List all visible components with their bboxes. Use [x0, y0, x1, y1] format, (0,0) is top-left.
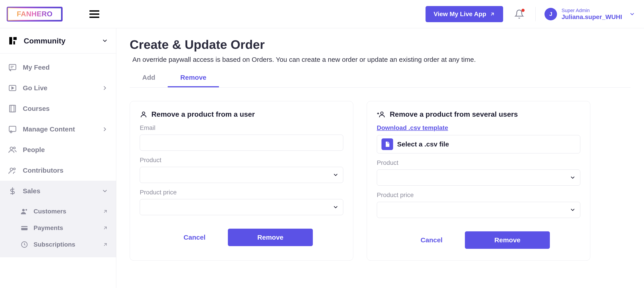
cancel-button[interactable]: Cancel	[170, 229, 219, 246]
external-link-icon	[103, 242, 108, 247]
divider	[535, 7, 536, 21]
svg-rect-4	[9, 65, 16, 70]
tab-add[interactable]: Add	[130, 70, 168, 87]
manage-content-icon	[8, 125, 17, 134]
sidebar-item-label: My Feed	[23, 64, 108, 71]
svg-point-18	[22, 209, 24, 211]
svg-point-16	[14, 168, 15, 170]
notification-dot	[522, 9, 524, 12]
sidebar: Community My Feed Go Live Courses	[0, 28, 116, 288]
sidebar-item-label: Sales	[23, 187, 96, 195]
svg-point-12	[10, 131, 12, 133]
subnav-item-payments[interactable]: Payments	[0, 220, 116, 236]
svg-rect-22	[21, 227, 28, 228]
user-role: Super Admin	[562, 8, 622, 14]
sidebar-item-my-feed[interactable]: My Feed	[0, 57, 116, 78]
external-link-icon	[103, 209, 108, 214]
tabs: Add Remove	[130, 70, 630, 88]
cancel-button[interactable]: Cancel	[407, 231, 456, 249]
sidebar-item-people[interactable]: People	[0, 139, 116, 160]
go-live-icon	[8, 84, 17, 92]
price-label: Product price	[377, 192, 580, 199]
chevron-down-icon	[570, 207, 576, 213]
page-title: Create & Update Order	[130, 37, 630, 52]
subnav-item-subscriptions[interactable]: Subscriptions	[0, 236, 116, 253]
subnav-item-customers[interactable]: Customers	[0, 203, 116, 220]
svg-rect-9	[10, 105, 14, 112]
community-icon	[8, 36, 18, 46]
chevron-down-icon	[629, 11, 635, 17]
sidebar-item-label: Contributors	[23, 167, 108, 174]
chevron-down-icon	[102, 38, 108, 44]
product-label: Product	[377, 159, 580, 166]
email-label: Email	[140, 124, 343, 131]
chevron-down-icon	[333, 204, 338, 210]
chevron-down-icon	[570, 175, 576, 181]
brand-logo[interactable]: FANHERO	[7, 7, 62, 22]
svg-point-26	[142, 112, 145, 114]
people-icon	[8, 145, 17, 154]
feed-icon	[8, 63, 17, 72]
user-menu[interactable]: J Super Admin Juliana.super_WUHI	[544, 8, 635, 21]
courses-icon	[8, 104, 17, 113]
main-content: Create & Update Order An override paywal…	[116, 28, 644, 288]
svg-point-19	[26, 209, 27, 211]
sidebar-section-community[interactable]: Community	[0, 28, 116, 54]
email-input[interactable]	[140, 134, 343, 151]
product-select[interactable]	[140, 167, 343, 183]
external-link-icon	[490, 12, 495, 17]
chevron-right-icon	[102, 85, 108, 91]
sidebar-item-label: Courses	[23, 105, 108, 112]
svg-rect-11	[9, 126, 16, 131]
chevron-right-icon	[102, 126, 108, 132]
sales-subnav: Customers Payments Subscriptions	[0, 201, 116, 257]
subscriptions-icon	[20, 241, 28, 248]
csv-file-input[interactable]: Select a .csv file	[377, 135, 580, 154]
tab-remove[interactable]: Remove	[168, 70, 219, 87]
svg-marker-8	[12, 87, 14, 89]
person-icon	[140, 111, 147, 118]
svg-line-0	[491, 13, 494, 15]
price-select[interactable]	[377, 202, 580, 218]
sidebar-item-sales[interactable]: Sales	[0, 181, 116, 201]
subnav-item-label: Customers	[34, 208, 97, 215]
download-csv-link[interactable]: Download .csv template	[377, 124, 448, 131]
card-remove-multi-user: Remove a product from several users Down…	[367, 101, 590, 261]
avatar: J	[544, 8, 557, 20]
remove-button[interactable]: Remove	[228, 229, 313, 246]
sales-icon	[8, 187, 17, 196]
view-live-app-button[interactable]: View My Live App	[426, 6, 503, 22]
remove-button[interactable]: Remove	[465, 231, 550, 249]
svg-line-25	[104, 243, 106, 246]
avatar-initial: J	[550, 11, 552, 17]
subnav-item-label: Subscriptions	[34, 241, 97, 248]
sidebar-item-go-live[interactable]: Go Live	[0, 78, 116, 98]
subnav-item-label: Payments	[34, 224, 97, 232]
card-remove-single-user: Remove a product from a user Email Produ…	[130, 101, 353, 261]
svg-line-20	[104, 210, 106, 213]
sidebar-section-label: Community	[24, 37, 96, 45]
menu-toggle-icon[interactable]	[90, 10, 99, 18]
chevron-down-icon	[333, 172, 338, 178]
people-add-icon	[377, 111, 386, 118]
file-input-label: Select a .csv file	[397, 140, 449, 148]
svg-rect-10	[11, 105, 16, 112]
card-title: Remove a product from a user	[152, 110, 255, 118]
payments-icon	[20, 224, 28, 232]
notifications-button[interactable]	[514, 9, 524, 19]
customers-icon	[20, 208, 28, 215]
price-select[interactable]	[140, 199, 343, 215]
sidebar-item-label: Manage Content	[23, 125, 96, 133]
sidebar-item-manage-content[interactable]: Manage Content	[0, 119, 116, 139]
file-icon	[382, 138, 393, 150]
external-link-icon	[103, 225, 108, 231]
user-name: Juliana.super_WUHI	[562, 14, 622, 21]
sidebar-item-courses[interactable]: Courses	[0, 98, 116, 119]
sidebar-item-contributors[interactable]: Contributors	[0, 160, 116, 181]
view-live-app-label: View My Live App	[434, 11, 486, 18]
product-select[interactable]	[377, 170, 580, 186]
svg-rect-3	[14, 41, 15, 45]
page-description: An override paywall access is based on O…	[132, 56, 630, 63]
product-label: Product	[140, 157, 343, 164]
svg-line-23	[104, 227, 106, 229]
